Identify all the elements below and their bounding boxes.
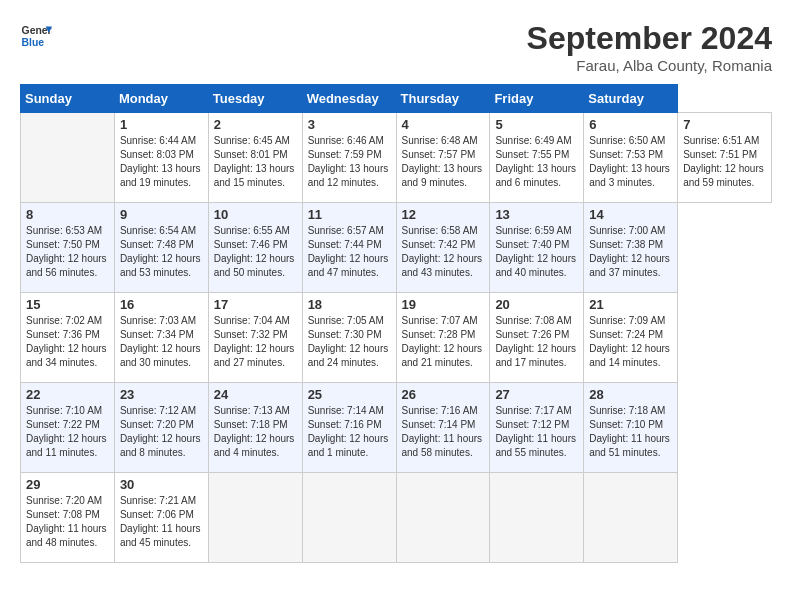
calendar-cell: 1Sunrise: 6:44 AM Sunset: 8:03 PM Daylig… [114,113,208,203]
day-info: Sunrise: 6:59 AM Sunset: 7:40 PM Dayligh… [495,224,578,280]
header-day-thursday: Thursday [396,85,490,113]
day-number: 4 [402,117,485,132]
day-info: Sunrise: 7:03 AM Sunset: 7:34 PM Dayligh… [120,314,203,370]
calendar-cell: 18Sunrise: 7:05 AM Sunset: 7:30 PM Dayli… [302,293,396,383]
title-area: September 2024 Farau, Alba County, Roman… [527,20,772,74]
day-info: Sunrise: 7:04 AM Sunset: 7:32 PM Dayligh… [214,314,297,370]
day-info: Sunrise: 7:09 AM Sunset: 7:24 PM Dayligh… [589,314,672,370]
day-number: 29 [26,477,109,492]
day-number: 9 [120,207,203,222]
calendar-cell: 22Sunrise: 7:10 AM Sunset: 7:22 PM Dayli… [21,383,115,473]
day-info: Sunrise: 6:51 AM Sunset: 7:51 PM Dayligh… [683,134,766,190]
calendar-cell: 27Sunrise: 7:17 AM Sunset: 7:12 PM Dayli… [490,383,584,473]
calendar-cell: 21Sunrise: 7:09 AM Sunset: 7:24 PM Dayli… [584,293,678,383]
day-info: Sunrise: 6:46 AM Sunset: 7:59 PM Dayligh… [308,134,391,190]
day-info: Sunrise: 7:07 AM Sunset: 7:28 PM Dayligh… [402,314,485,370]
calendar-cell: 25Sunrise: 7:14 AM Sunset: 7:16 PM Dayli… [302,383,396,473]
day-info: Sunrise: 7:02 AM Sunset: 7:36 PM Dayligh… [26,314,109,370]
calendar-cell: 14Sunrise: 7:00 AM Sunset: 7:38 PM Dayli… [584,203,678,293]
day-info: Sunrise: 6:48 AM Sunset: 7:57 PM Dayligh… [402,134,485,190]
day-number: 10 [214,207,297,222]
logo: General Blue [20,20,52,52]
day-info: Sunrise: 7:13 AM Sunset: 7:18 PM Dayligh… [214,404,297,460]
calendar-cell: 24Sunrise: 7:13 AM Sunset: 7:18 PM Dayli… [208,383,302,473]
calendar-cell [584,473,678,563]
week-row-2: 8Sunrise: 6:53 AM Sunset: 7:50 PM Daylig… [21,203,772,293]
day-info: Sunrise: 7:21 AM Sunset: 7:06 PM Dayligh… [120,494,203,550]
day-number: 13 [495,207,578,222]
calendar-cell: 28Sunrise: 7:18 AM Sunset: 7:10 PM Dayli… [584,383,678,473]
day-number: 18 [308,297,391,312]
calendar-cell: 16Sunrise: 7:03 AM Sunset: 7:34 PM Dayli… [114,293,208,383]
day-info: Sunrise: 7:10 AM Sunset: 7:22 PM Dayligh… [26,404,109,460]
day-number: 20 [495,297,578,312]
header-day-monday: Monday [114,85,208,113]
day-info: Sunrise: 7:20 AM Sunset: 7:08 PM Dayligh… [26,494,109,550]
day-number: 25 [308,387,391,402]
svg-text:Blue: Blue [22,37,45,48]
day-number: 30 [120,477,203,492]
week-row-4: 22Sunrise: 7:10 AM Sunset: 7:22 PM Dayli… [21,383,772,473]
day-number: 1 [120,117,203,132]
calendar-cell [208,473,302,563]
day-info: Sunrise: 7:05 AM Sunset: 7:30 PM Dayligh… [308,314,391,370]
calendar-cell: 2Sunrise: 6:45 AM Sunset: 8:01 PM Daylig… [208,113,302,203]
calendar-cell: 12Sunrise: 6:58 AM Sunset: 7:42 PM Dayli… [396,203,490,293]
week-row-1: 1Sunrise: 6:44 AM Sunset: 8:03 PM Daylig… [21,113,772,203]
day-number: 7 [683,117,766,132]
day-number: 15 [26,297,109,312]
day-info: Sunrise: 7:14 AM Sunset: 7:16 PM Dayligh… [308,404,391,460]
logo-icon: General Blue [20,20,52,52]
day-number: 22 [26,387,109,402]
day-number: 2 [214,117,297,132]
calendar-table: SundayMondayTuesdayWednesdayThursdayFrid… [20,84,772,563]
calendar-cell: 8Sunrise: 6:53 AM Sunset: 7:50 PM Daylig… [21,203,115,293]
calendar-cell: 15Sunrise: 7:02 AM Sunset: 7:36 PM Dayli… [21,293,115,383]
day-info: Sunrise: 6:55 AM Sunset: 7:46 PM Dayligh… [214,224,297,280]
calendar-cell: 30Sunrise: 7:21 AM Sunset: 7:06 PM Dayli… [114,473,208,563]
calendar-cell: 13Sunrise: 6:59 AM Sunset: 7:40 PM Dayli… [490,203,584,293]
calendar-cell: 23Sunrise: 7:12 AM Sunset: 7:20 PM Dayli… [114,383,208,473]
calendar-cell: 26Sunrise: 7:16 AM Sunset: 7:14 PM Dayli… [396,383,490,473]
calendar-cell: 3Sunrise: 6:46 AM Sunset: 7:59 PM Daylig… [302,113,396,203]
day-info: Sunrise: 6:54 AM Sunset: 7:48 PM Dayligh… [120,224,203,280]
calendar-cell: 9Sunrise: 6:54 AM Sunset: 7:48 PM Daylig… [114,203,208,293]
header-row: SundayMondayTuesdayWednesdayThursdayFrid… [21,85,772,113]
day-info: Sunrise: 7:18 AM Sunset: 7:10 PM Dayligh… [589,404,672,460]
calendar-cell [490,473,584,563]
header-day-sunday: Sunday [21,85,115,113]
calendar-cell: 11Sunrise: 6:57 AM Sunset: 7:44 PM Dayli… [302,203,396,293]
day-number: 28 [589,387,672,402]
day-number: 3 [308,117,391,132]
calendar-cell: 19Sunrise: 7:07 AM Sunset: 7:28 PM Dayli… [396,293,490,383]
day-number: 27 [495,387,578,402]
subtitle: Farau, Alba County, Romania [527,57,772,74]
day-info: Sunrise: 6:44 AM Sunset: 8:03 PM Dayligh… [120,134,203,190]
day-number: 17 [214,297,297,312]
calendar-cell: 7Sunrise: 6:51 AM Sunset: 7:51 PM Daylig… [678,113,772,203]
day-info: Sunrise: 6:53 AM Sunset: 7:50 PM Dayligh… [26,224,109,280]
day-number: 5 [495,117,578,132]
calendar-cell: 20Sunrise: 7:08 AM Sunset: 7:26 PM Dayli… [490,293,584,383]
day-number: 12 [402,207,485,222]
day-info: Sunrise: 6:45 AM Sunset: 8:01 PM Dayligh… [214,134,297,190]
day-number: 19 [402,297,485,312]
calendar-cell: 29Sunrise: 7:20 AM Sunset: 7:08 PM Dayli… [21,473,115,563]
day-info: Sunrise: 6:58 AM Sunset: 7:42 PM Dayligh… [402,224,485,280]
week-row-3: 15Sunrise: 7:02 AM Sunset: 7:36 PM Dayli… [21,293,772,383]
header-day-wednesday: Wednesday [302,85,396,113]
calendar-cell [21,113,115,203]
day-info: Sunrise: 6:50 AM Sunset: 7:53 PM Dayligh… [589,134,672,190]
day-number: 23 [120,387,203,402]
day-number: 21 [589,297,672,312]
calendar-cell [302,473,396,563]
day-number: 8 [26,207,109,222]
day-info: Sunrise: 7:12 AM Sunset: 7:20 PM Dayligh… [120,404,203,460]
day-number: 11 [308,207,391,222]
header-day-tuesday: Tuesday [208,85,302,113]
header: General Blue September 2024 Farau, Alba … [20,20,772,74]
calendar-cell: 5Sunrise: 6:49 AM Sunset: 7:55 PM Daylig… [490,113,584,203]
calendar-cell: 17Sunrise: 7:04 AM Sunset: 7:32 PM Dayli… [208,293,302,383]
main-title: September 2024 [527,20,772,57]
day-info: Sunrise: 7:16 AM Sunset: 7:14 PM Dayligh… [402,404,485,460]
